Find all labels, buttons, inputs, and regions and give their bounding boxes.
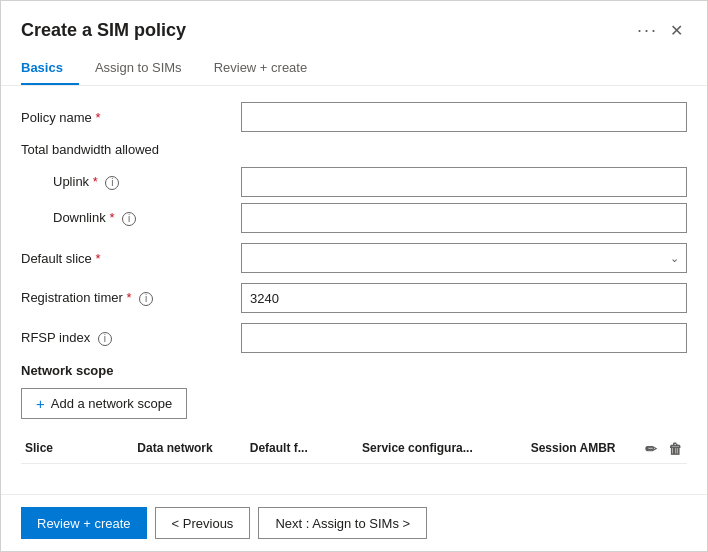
footer: Review + create < Previous Next : Assign…: [1, 494, 707, 551]
rfsp-index-input[interactable]: [241, 323, 687, 353]
policy-name-row: Policy name *: [21, 102, 687, 132]
registration-timer-row: Registration timer * i: [21, 283, 687, 313]
add-network-scope-button[interactable]: + Add a network scope: [21, 388, 187, 419]
dialog-menu-icon[interactable]: ···: [637, 20, 658, 41]
registration-timer-input[interactable]: [241, 283, 687, 313]
rfsp-info-icon[interactable]: i: [98, 332, 112, 346]
create-sim-policy-dialog: Create a SIM policy ··· ✕ Basics Assign …: [0, 0, 708, 552]
tab-review-create[interactable]: Review + create: [214, 52, 324, 85]
close-button[interactable]: ✕: [666, 17, 687, 44]
dialog-title: Create a SIM policy: [21, 20, 629, 41]
next-button[interactable]: Next : Assign to SIMs >: [258, 507, 427, 539]
policy-name-required: *: [95, 110, 100, 125]
uplink-label: Uplink * i: [21, 174, 241, 190]
edit-col-header: ✏: [639, 441, 663, 457]
default-slice-select[interactable]: [241, 243, 687, 273]
delete-header-icon: 🗑: [668, 441, 682, 457]
plus-icon: +: [36, 395, 45, 412]
default-slice-wrapper: ⌄: [241, 243, 687, 273]
previous-button[interactable]: < Previous: [155, 507, 251, 539]
rfsp-index-label: RFSP index i: [21, 330, 241, 346]
bandwidth-label: Total bandwidth allowed: [21, 142, 241, 157]
default-slice-row: Default slice * ⌄: [21, 243, 687, 273]
downlink-row: Downlink * i: [21, 203, 687, 233]
policy-name-input[interactable]: [241, 102, 687, 132]
col-data-network: Data network: [133, 441, 245, 457]
dialog-header: Create a SIM policy ··· ✕: [1, 1, 707, 52]
tab-assign-to-sims[interactable]: Assign to SIMs: [95, 52, 198, 85]
uplink-info-icon[interactable]: i: [105, 176, 119, 190]
review-create-button[interactable]: Review + create: [21, 507, 147, 539]
downlink-label: Downlink * i: [21, 210, 241, 226]
col-session-ambr: Session AMBR: [527, 441, 639, 457]
uplink-input[interactable]: [241, 167, 687, 197]
col-service-config: Service configura...: [358, 441, 527, 457]
tabs-bar: Basics Assign to SIMs Review + create: [1, 52, 707, 86]
add-network-scope-label: Add a network scope: [51, 396, 172, 411]
registration-timer-label: Registration timer * i: [21, 290, 241, 306]
table-header: Slice Data network Default f... Service …: [21, 435, 687, 464]
form-content: Policy name * Total bandwidth allowed Up…: [1, 86, 707, 494]
bandwidth-title-row: Total bandwidth allowed: [21, 142, 687, 157]
downlink-info-icon[interactable]: i: [122, 212, 136, 226]
policy-name-label: Policy name *: [21, 110, 241, 125]
col-default-f: Default f...: [246, 441, 358, 457]
uplink-row: Uplink * i: [21, 167, 687, 197]
network-scope-section-label: Network scope: [21, 363, 687, 378]
downlink-input[interactable]: [241, 203, 687, 233]
col-slice: Slice: [21, 441, 133, 457]
edit-header-icon: ✏: [645, 441, 657, 457]
bandwidth-section: Total bandwidth allowed Uplink * i Downl…: [21, 142, 687, 233]
default-slice-label: Default slice *: [21, 251, 241, 266]
rfsp-index-row: RFSP index i: [21, 323, 687, 353]
close-icon: ✕: [670, 21, 683, 40]
tab-basics[interactable]: Basics: [21, 52, 79, 85]
delete-col-header: 🗑: [663, 441, 687, 457]
registration-timer-info-icon[interactable]: i: [139, 292, 153, 306]
